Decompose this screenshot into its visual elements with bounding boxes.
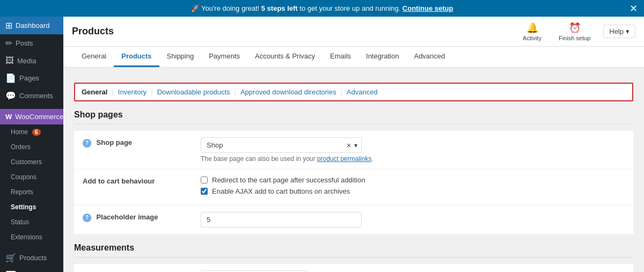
placeholder-image-input[interactable] [201,212,362,227]
sidebar-item-label: Coupons [11,173,36,181]
add-to-cart-label: Add to cart behaviour [74,170,192,205]
help-button[interactable]: Help ▾ [603,25,635,38]
tab-emails[interactable]: Emails [323,47,358,67]
tab-general[interactable]: General [74,47,114,67]
activity-label: Activity [523,35,541,41]
shop-pages-heading: Shop pages [74,110,633,124]
table-row: ? Placeholder image [74,205,633,234]
finish-setup-icon: ⏰ [569,22,581,34]
woo-icon: W [5,113,12,121]
tab-payments[interactable]: Payments [201,47,247,67]
tab-advanced[interactable]: Advanced [406,47,452,67]
weight-unit-value: kg g lbs oz ▾ [192,264,633,272]
placeholder-image-help-icon[interactable]: ? [83,214,91,222]
shop-page-help-icon[interactable]: ? [83,139,91,148]
sidebar-item-label: Pages [19,74,39,82]
shop-page-select-wrap: Shop × ▾ [201,137,362,153]
continue-setup-link[interactable]: Continue setup [402,4,453,12]
help-label: Help [609,27,624,35]
tabs-bar: General Products Shipping Payments Accou… [63,47,644,68]
weight-unit-label: ? Weight unit [74,264,192,272]
sidebar-item-woocommerce[interactable]: W WooCommerce [0,109,63,124]
subtab-sep-3: | [235,88,236,96]
tab-accounts-privacy[interactable]: Accounts & Privacy [247,47,323,67]
subtab-advanced[interactable]: Advanced [343,88,381,96]
sidebar-item-reports[interactable]: Reports [0,185,63,200]
subtab-sep-4: | [340,88,342,96]
sidebar-item-coupons[interactable]: Coupons [0,170,63,185]
ajax-checkbox-row: Enable AJAX add to cart buttons on archi… [201,187,625,195]
sidebar-item-posts[interactable]: ✏ Posts [0,34,63,52]
sidebar-item-customers[interactable]: Customers [0,155,63,170]
redirect-checkbox-row: Redirect to the cart page after successf… [201,176,625,184]
sidebar-item-pages[interactable]: 📄 Pages [0,69,63,87]
sidebar: ⊞ Dashboard ✏ Posts 🖼 Media 📄 Pages 💬 Co… [0,17,63,272]
ajax-label: Enable AJAX add to cart buttons on archi… [212,187,350,195]
subtab-general[interactable]: General [82,88,111,96]
subtab-sep-1: | [112,88,113,96]
sidebar-item-label: Posts [16,39,33,47]
sidebar-item-dashboard[interactable]: ⊞ Dashboard [0,17,63,34]
finish-setup-button[interactable]: ⏰ Finish setup [554,20,595,43]
help-chevron-icon: ▾ [626,27,630,35]
activity-button[interactable]: 🔔 Activity [518,20,546,43]
activity-icon: 🔔 [526,22,538,34]
sidebar-item-home[interactable]: Home 6 [0,124,63,139]
product-permalinks-link[interactable]: product permalinks [317,155,371,163]
top-bar-right: 🔔 Activity ⏰ Finish setup Help ▾ [518,20,635,43]
dashboard-icon: ⊞ [5,20,12,31]
subtabs-bar: General | Inventory | Downloadable produ… [74,83,633,101]
sidebar-item-label: Status [11,218,29,226]
notice-close-button[interactable]: ✕ [630,4,638,13]
ajax-checkbox[interactable] [201,188,208,195]
notice-text: 🚀 You're doing great! 5 steps left to ge… [191,4,453,12]
sidebar-item-label: Comments [19,92,53,100]
shop-page-select[interactable]: Shop [201,137,362,153]
placeholder-image-value [192,205,633,234]
posts-icon: ✏ [5,38,12,48]
shop-pages-table: ? Shop page Shop × ▾ The base page can [74,131,633,234]
sidebar-item-label: Settings [11,203,36,211]
subtab-inventory[interactable]: Inventory [115,88,150,96]
comments-icon: 💬 [5,91,16,101]
tab-shipping[interactable]: Shipping [159,47,202,67]
sidebar-item-settings[interactable]: Settings [0,200,63,215]
sidebar-item-products[interactable]: 🛒 Products [0,249,63,267]
measurements-heading: Measurements [74,243,633,258]
sidebar-item-label: WooCommerce [15,113,63,121]
sidebar-item-label: Extensions [11,233,42,241]
sidebar-item-status[interactable]: Status [0,215,63,230]
pages-icon: 📄 [5,73,16,83]
sidebar-item-label: Orders [11,143,31,151]
sidebar-item-extensions[interactable]: Extensions [0,230,63,245]
sidebar-item-orders[interactable]: Orders [0,139,63,155]
shop-page-label: ? Shop page [74,131,192,170]
shop-page-description: The base page can also be used in your p… [201,155,625,163]
home-badge: 6 [32,129,41,136]
redirect-label: Redirect to the cart page after successf… [212,176,365,184]
subtab-approved-dirs[interactable]: Approved download directories [237,88,340,96]
content-area: General | Inventory | Downloadable produ… [63,68,644,272]
sidebar-item-media[interactable]: 🖼 Media [0,52,63,69]
notice-bar: 🚀 You're doing great! 5 steps left to ge… [0,0,644,17]
table-row: ? Shop page Shop × ▾ The base page can [74,131,633,170]
measurements-table: ? Weight unit kg g lbs oz ▾ [74,264,633,272]
page-title: Products [72,26,114,37]
finish-setup-label: Finish setup [559,35,590,41]
products-icon: 🛒 [5,253,16,263]
tab-integration[interactable]: Integration [358,47,406,67]
table-row: ? Weight unit kg g lbs oz ▾ [74,264,633,272]
sidebar-item-label: Dashboard [16,21,50,30]
subtab-downloadable[interactable]: Downloadable products [154,88,233,96]
top-bar-left: Products [72,26,114,37]
media-icon: 🖼 [5,56,14,65]
shop-page-value: Shop × ▾ The base page can also be used … [192,131,633,170]
sidebar-item-label: Reports [11,188,33,196]
sidebar-item-analytics[interactable]: 📊 Analytics [0,267,63,272]
tab-products[interactable]: Products [114,47,159,67]
sidebar-item-comments[interactable]: 💬 Comments [0,87,63,105]
table-row: Add to cart behaviour Redirect to the ca… [74,170,633,205]
subtab-sep-2: | [151,88,152,96]
placeholder-image-label: ? Placeholder image [74,205,192,234]
redirect-checkbox[interactable] [201,177,208,183]
